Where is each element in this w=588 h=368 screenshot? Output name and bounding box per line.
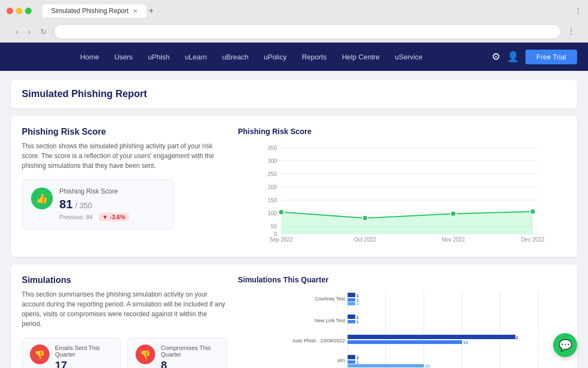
chat-bubble[interactable]: 💬 bbox=[553, 333, 577, 357]
emails-details: Emails Sent This Quarter 17 Previous: 25… bbox=[55, 345, 113, 368]
stat-widgets: 👎 Emails Sent This Quarter 17 Previous: … bbox=[22, 337, 227, 368]
emails-value: 17 bbox=[55, 359, 113, 368]
score-prev-row: Previous: 84 ▼ -3.6% bbox=[59, 212, 129, 221]
address-bar[interactable] bbox=[54, 24, 561, 39]
nav-upolicy[interactable]: uPolicy bbox=[264, 53, 286, 61]
svg-text:250: 250 bbox=[268, 171, 277, 177]
simulations-grid: Simulations This section summarises the … bbox=[22, 275, 566, 368]
svg-text:Dec 2022: Dec 2022 bbox=[521, 237, 544, 243]
score-icon: 👍 bbox=[31, 188, 53, 209]
bar-newlink-opens bbox=[347, 320, 355, 323]
chart-point-dec bbox=[530, 209, 535, 214]
simulations-bar-chart-container: 0 5 10 15 20 25 Courtney Test bbox=[238, 288, 566, 368]
nav-help-centre[interactable]: Help Centre bbox=[342, 53, 379, 61]
svg-text:Nov 2022: Nov 2022 bbox=[442, 237, 465, 243]
simulations-section: Simulations This section summarises the … bbox=[11, 264, 577, 368]
score-label: Phishing Risk Score bbox=[59, 188, 129, 195]
svg-text:15: 15 bbox=[463, 340, 468, 345]
emails-widget: 👎 Emails Sent This Quarter 17 Previous: … bbox=[22, 337, 121, 368]
svg-text:350: 350 bbox=[268, 145, 277, 151]
phishing-risk-title: Phishing Risk Score bbox=[22, 127, 227, 137]
score-badge-arrow: ▼ bbox=[102, 214, 108, 220]
bar-courtney-opens bbox=[347, 298, 355, 301]
nav-uphish[interactable]: uPhish bbox=[148, 53, 170, 61]
svg-text:100: 100 bbox=[268, 210, 277, 216]
tab-bar: Simulated Phishing Report ✕ + bbox=[42, 4, 154, 17]
svg-text:New Link Test: New Link Test bbox=[315, 318, 345, 323]
compromises-details: Compromises This Quarter 8 Previous: 0 ▲… bbox=[161, 345, 218, 368]
svg-text:150: 150 bbox=[268, 197, 277, 203]
bar-sim-opens bbox=[347, 360, 355, 364]
traffic-light-minimize[interactable] bbox=[16, 8, 22, 14]
svg-text:1: 1 bbox=[356, 360, 359, 365]
bar-autophish-opens bbox=[347, 340, 462, 344]
score-value-row: 81 / 350 bbox=[59, 197, 129, 212]
settings-icon[interactable]: ⚙ bbox=[492, 51, 500, 63]
browser-toolbar: ‹ › ↻ ⋮ bbox=[7, 21, 581, 43]
nav-links: Home Users uPhish uLearn uBreach uPolicy… bbox=[11, 53, 492, 61]
traffic-light-fullscreen[interactable] bbox=[25, 8, 32, 14]
main-content: Simulated Phishing Report Phishing Risk … bbox=[0, 71, 588, 368]
phishing-risk-left: Phishing Risk Score This section shows t… bbox=[22, 127, 227, 246]
simulations-left: Simulations This section summarises the … bbox=[22, 275, 227, 368]
chart-point-oct bbox=[362, 215, 367, 221]
chart-point-sep bbox=[278, 209, 284, 215]
nav-reports[interactable]: Reports bbox=[302, 53, 327, 61]
nav-home[interactable]: Home bbox=[80, 53, 99, 61]
svg-text:Auto Phish - 23/08/2022: Auto Phish - 23/08/2022 bbox=[292, 338, 345, 343]
phishing-chart-area: Phishing Risk Score 350 300 250 200 150 … bbox=[238, 127, 566, 246]
svg-text:sim: sim bbox=[337, 358, 345, 363]
phishing-risk-grid: Phishing Risk Score This section shows t… bbox=[22, 127, 566, 246]
bar-courtney-comp bbox=[347, 302, 355, 305]
browser-menu-icon[interactable]: ⋮ bbox=[567, 27, 575, 36]
score-badge-value: -3.6% bbox=[110, 214, 126, 220]
compromises-label: Compromises This Quarter bbox=[161, 345, 218, 358]
nav-icons: ⚙ 👤 Free Trial bbox=[492, 50, 577, 64]
nav-users[interactable]: Users bbox=[114, 53, 133, 61]
action-button[interactable]: Free Trial bbox=[525, 50, 577, 64]
simulations-chart-area: Simulations This Quarter 0 5 bbox=[238, 275, 566, 368]
score-value: 81 bbox=[59, 197, 72, 211]
app-nav: Home Users uPhish uLearn uBreach uPolicy… bbox=[0, 43, 588, 71]
simulations-bar-chart: 0 5 10 15 20 25 Courtney Test bbox=[238, 288, 566, 368]
browser-chrome: Simulated Phishing Report ✕ + ⋮ ‹ › ↻ ⋮ bbox=[0, 0, 588, 43]
svg-text:1: 1 bbox=[356, 301, 359, 306]
phishing-chart-container: 350 300 250 200 150 100 50 0 bbox=[238, 140, 566, 246]
score-prev: Previous: 84 bbox=[59, 214, 93, 220]
svg-text:Sep 2022: Sep 2022 bbox=[270, 237, 293, 243]
nav-ubreach[interactable]: uBreach bbox=[222, 53, 248, 61]
score-max: / 350 bbox=[75, 201, 92, 210]
tab-close-icon[interactable]: ✕ bbox=[133, 8, 138, 15]
nav-ulearn[interactable]: uLearn bbox=[185, 53, 207, 61]
score-widget: 👍 Phishing Risk Score 81 / 350 Previous:… bbox=[22, 179, 174, 230]
phishing-risk-section: Phishing Risk Score This section shows t… bbox=[11, 116, 577, 257]
simulations-chart-title: Simulations This Quarter bbox=[238, 275, 566, 284]
phishing-line-chart: 350 300 250 200 150 100 50 0 bbox=[238, 140, 566, 244]
svg-text:200: 200 bbox=[268, 184, 277, 190]
chart-point-nov bbox=[450, 211, 456, 216]
user-icon[interactable]: 👤 bbox=[507, 51, 519, 63]
compromises-widget: 👎 Compromises This Quarter 8 Previous: 0… bbox=[127, 337, 226, 368]
new-tab-button[interactable]: + bbox=[149, 6, 154, 16]
more-tabs-icon[interactable]: ⋮ bbox=[575, 7, 581, 15]
svg-text:Courtney Test: Courtney Test bbox=[315, 296, 345, 301]
svg-text:22: 22 bbox=[513, 335, 518, 340]
browser-titlebar: Simulated Phishing Report ✕ + ⋮ bbox=[7, 4, 581, 17]
svg-text:10: 10 bbox=[425, 364, 430, 368]
phishing-chart-title: Phishing Risk Score bbox=[238, 127, 566, 136]
reload-button[interactable]: ↻ bbox=[38, 26, 50, 38]
forward-button[interactable]: › bbox=[26, 26, 34, 38]
bar-sim-comp bbox=[347, 364, 424, 367]
simulations-title: Simulations bbox=[22, 275, 227, 285]
bar-courtney-sent bbox=[347, 293, 355, 297]
svg-text:Oct 2022: Oct 2022 bbox=[354, 237, 376, 243]
bar-newlink-sent bbox=[347, 315, 355, 319]
svg-text:300: 300 bbox=[268, 158, 277, 164]
back-button[interactable]: ‹ bbox=[13, 26, 21, 38]
emails-icon: 👎 bbox=[30, 345, 50, 364]
traffic-light-close[interactable] bbox=[7, 8, 13, 14]
active-tab[interactable]: Simulated Phishing Report ✕ bbox=[42, 4, 146, 17]
svg-text:1: 1 bbox=[356, 319, 359, 324]
traffic-lights bbox=[7, 8, 32, 14]
nav-uservice[interactable]: uService bbox=[395, 53, 422, 61]
